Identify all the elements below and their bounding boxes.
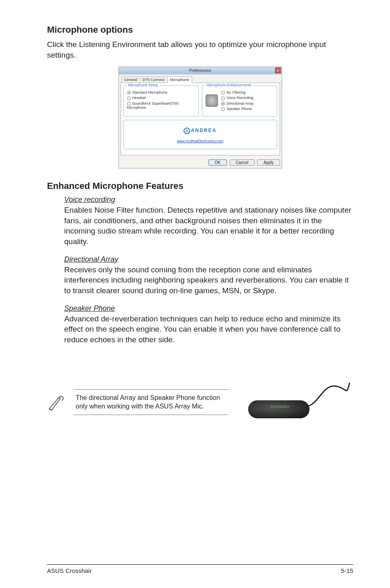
andrea-brand-text: ANDREA xyxy=(191,128,217,133)
footer-left: ASUS Crosshair xyxy=(47,567,92,574)
body-directional-array: Receives only the sound coming from the … xyxy=(64,265,353,296)
groupbox-microphone-setup: Microphone Setup Standard Microphone Hea… xyxy=(123,85,199,117)
radio-label-directional-array: Directional Array xyxy=(226,101,253,105)
apply-button[interactable]: Apply xyxy=(257,159,280,166)
mic-cable-icon xyxy=(305,382,350,415)
radio-voice-recording[interactable]: Voice Recording xyxy=(221,96,253,100)
dialog-titlebar: Preferences × xyxy=(119,67,282,74)
dialog-button-row: OK Cancel Apply xyxy=(119,157,282,168)
heading-microphone-options: Microphone options xyxy=(47,25,353,35)
legend-microphone-setup: Microphone Setup xyxy=(127,83,159,87)
tab-dts-connect[interactable]: DTS Connect xyxy=(140,76,168,83)
radio-label-no-filtering: No Filtering xyxy=(226,90,245,94)
radio-directional-array[interactable]: Directional Array xyxy=(221,101,253,105)
note-text-box: The directional Array and Speaker Phone … xyxy=(73,389,229,415)
radio-headset[interactable]: Headset xyxy=(127,96,195,100)
radio-speaker-phone[interactable]: Speaker Phone xyxy=(221,107,253,111)
andrea-link[interactable]: www.AndreaElectronics.com xyxy=(127,139,273,143)
radio-superbeam[interactable]: SoundMAX Superbeam(TM) Microphone xyxy=(127,101,195,110)
body-speaker-phone: Advanced de-reverberation techniques can… xyxy=(64,314,353,345)
note-row: The directional Array and Speaker Phone … xyxy=(47,378,353,427)
page-footer: ASUS Crosshair 5-15 xyxy=(47,564,353,574)
array-mic-image: SOUNDMAX xyxy=(236,378,353,427)
close-icon[interactable]: × xyxy=(275,67,281,73)
dialog-title: Preferences xyxy=(119,67,282,74)
body-voice-recording: Enables Noise Filter function. Detects r… xyxy=(64,205,353,247)
tab-strip: GeneralDTS ConnectMicrophone xyxy=(119,74,282,83)
tab-microphone[interactable]: Microphone xyxy=(167,76,192,83)
subhead-voice-recording: Voice recording xyxy=(64,195,353,204)
mic-badge-text: SOUNDMAX xyxy=(271,405,289,408)
radio-label-headset: Headset xyxy=(132,96,146,100)
subhead-speaker-phone: Speaker Phone xyxy=(64,304,353,313)
radio-label-standard: Standard Microphone xyxy=(132,90,168,94)
footer-right: 5-15 xyxy=(341,567,353,574)
radio-label-speaker-phone: Speaker Phone xyxy=(226,107,252,111)
radio-standard-microphone[interactable]: Standard Microphone xyxy=(127,90,195,94)
body-microphone-options: Click the Listening Environment tab allo… xyxy=(47,39,353,60)
cancel-button[interactable]: Cancel xyxy=(230,159,255,166)
legend-microphone-enhancements: Microphone Enhancements xyxy=(206,83,253,87)
radio-no-filtering[interactable]: No Filtering xyxy=(221,90,253,94)
radio-label-superbeam: SoundMAX Superbeam(TM) Microphone xyxy=(127,101,179,110)
tab-general[interactable]: General xyxy=(121,76,140,83)
andrea-logo-icon: A xyxy=(184,128,190,134)
ok-button[interactable]: OK xyxy=(208,159,226,166)
note-icon xyxy=(47,393,66,412)
heading-enhanced-mic-features: Enhanced Microphone Features xyxy=(47,181,353,191)
groupbox-microphone-enhancements: Microphone Enhancements No Filtering Voi… xyxy=(202,85,277,117)
dialog-screenshot-container: Preferences × GeneralDTS ConnectMicropho… xyxy=(47,67,353,168)
radio-label-voice-recording: Voice Recording xyxy=(226,96,253,100)
tab-panel-microphone: Microphone Setup Standard Microphone Hea… xyxy=(121,83,280,155)
groupbox-andrea: AANDREA www.AndreaElectronics.com xyxy=(123,120,277,149)
note-text: The directional Array and Speaker Phone … xyxy=(76,394,226,411)
preferences-dialog: Preferences × GeneralDTS ConnectMicropho… xyxy=(119,67,282,168)
microphone-thumbnail-icon xyxy=(206,94,218,107)
subhead-directional-array: Directional Array xyxy=(64,255,353,264)
